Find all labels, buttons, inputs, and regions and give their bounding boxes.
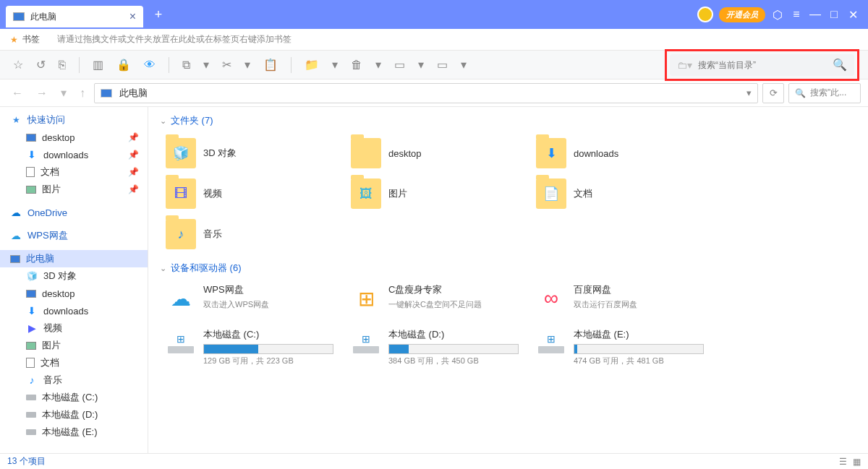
grid-view-button[interactable]: ▦ bbox=[853, 457, 861, 467]
paste-icon[interactable]: 📋 bbox=[263, 58, 278, 72]
music-icon: ♪ bbox=[26, 374, 38, 386]
folder-icon: 🖼 bbox=[351, 178, 381, 209]
sidebar-quick-access[interactable]: ★ 快速访问 bbox=[0, 111, 148, 129]
app-sub: 一键解决C盘空间不足问题 bbox=[388, 299, 524, 310]
app-item[interactable]: ⊞C盘瘦身专家一键解决C盘空间不足问题 bbox=[345, 280, 530, 317]
tab-this-pc[interactable]: 此电脑 × bbox=[6, 6, 143, 27]
sidebar-item-drive-d[interactable]: 本地磁盘 (D:) bbox=[0, 406, 148, 423]
refresh-button[interactable]: ⟳ bbox=[762, 83, 784, 103]
sidebar-item-documents[interactable]: 文档 bbox=[0, 354, 148, 371]
sidebar-item-desktop[interactable]: desktop 📌 bbox=[0, 129, 148, 146]
lock-icon[interactable]: 🔒 bbox=[116, 58, 131, 72]
star-outline-icon[interactable]: ☆ bbox=[13, 58, 23, 72]
properties-icon[interactable]: ▭ bbox=[437, 58, 448, 72]
vip-button[interactable]: 开通会员 bbox=[719, 7, 765, 22]
chevron-down-icon[interactable]: ▾ bbox=[244, 58, 250, 72]
folders-header[interactable]: ⌄ 文件夹 (7) bbox=[160, 114, 856, 127]
sidebar-this-pc[interactable]: 此电脑 bbox=[0, 250, 148, 267]
search-highlight-box: 🗀▾ 🔍 bbox=[665, 49, 859, 81]
search-input[interactable] bbox=[698, 60, 833, 70]
folder-item[interactable]: 📄文档 bbox=[530, 173, 715, 214]
devices-header[interactable]: ⌄ 设备和驱动器 (6) bbox=[160, 262, 856, 275]
drive-icon: ⊞ bbox=[351, 328, 381, 358]
sidebar-item-downloads[interactable]: ⬇ downloads 📌 bbox=[0, 146, 148, 163]
sidebar-item-drive-e[interactable]: 本地磁盘 (E:) bbox=[0, 423, 148, 441]
minimize-button[interactable]: — bbox=[809, 8, 822, 21]
drive-icon bbox=[26, 395, 36, 400]
sidebar-item-3d[interactable]: 🧊3D 对象 bbox=[0, 267, 148, 285]
cut-icon[interactable]: ✂ bbox=[222, 58, 231, 72]
pin-icon: 📌 bbox=[128, 184, 139, 194]
shirt-icon[interactable]: ⬡ bbox=[771, 8, 784, 22]
menu-icon[interactable]: ≡ bbox=[790, 8, 803, 21]
chevron-down-icon[interactable]: ▾ bbox=[56, 86, 71, 100]
maximize-button[interactable]: □ bbox=[827, 8, 841, 21]
sidebar-item-downloads[interactable]: ⬇downloads bbox=[0, 302, 148, 319]
folder-name: 文档 bbox=[574, 187, 592, 200]
sidebar-item-pictures[interactable]: 图片 bbox=[0, 337, 148, 354]
chevron-down-icon[interactable]: ▾ bbox=[375, 58, 381, 72]
sidebar-onedrive[interactable]: ☁ OneDrive bbox=[0, 204, 148, 221]
drive-item[interactable]: ⊞本地磁盘 (E:)474 GB 可用，共 481 GB bbox=[530, 325, 715, 369]
drive-item[interactable]: ⊞本地磁盘 (D:)384 GB 可用，共 450 GB bbox=[345, 325, 530, 369]
chevron-down-icon[interactable]: ▾ bbox=[332, 58, 338, 72]
drive-item[interactable]: ⊞本地磁盘 (C:)129 GB 可用，共 223 GB bbox=[160, 325, 345, 369]
folder-drop-icon[interactable]: 🗀▾ bbox=[677, 59, 692, 71]
eye-icon[interactable]: 👁 bbox=[144, 59, 156, 72]
copy-icon[interactable]: ⧉ bbox=[182, 59, 190, 72]
app-icon: ∞ bbox=[536, 283, 566, 314]
sidebar-item-music[interactable]: ♪音乐 bbox=[0, 371, 148, 389]
document-icon bbox=[26, 358, 35, 368]
folder-item[interactable]: 🧊3D 对象 bbox=[160, 133, 345, 173]
folder-item[interactable]: 🖼图片 bbox=[345, 173, 530, 214]
sidebar-wps[interactable]: ☁ WPS网盘 bbox=[0, 227, 148, 244]
app-item[interactable]: ☁WPS网盘双击进入WPS网盘 bbox=[160, 280, 345, 317]
up-button[interactable]: ↑ bbox=[75, 87, 90, 100]
chevron-down-icon[interactable]: ▾ bbox=[461, 58, 467, 72]
history-icon[interactable]: ↺ bbox=[36, 58, 46, 72]
avatar[interactable] bbox=[697, 7, 713, 22]
monitor-icon bbox=[26, 290, 36, 298]
new-tab-button[interactable]: + bbox=[149, 5, 168, 24]
cloud-icon: ☁ bbox=[10, 207, 22, 218]
close-tab-icon[interactable]: × bbox=[129, 10, 136, 23]
forward-button[interactable]: → bbox=[32, 87, 52, 100]
pin-icon: 📌 bbox=[128, 167, 139, 177]
search-icon[interactable]: 🔍 bbox=[833, 58, 847, 72]
close-window-button[interactable]: ✕ bbox=[846, 8, 859, 22]
delete-icon[interactable]: 🗑 bbox=[351, 59, 362, 72]
sidebar-item-documents[interactable]: 文档 📌 bbox=[0, 163, 148, 181]
new-folder-icon[interactable]: 📁 bbox=[305, 58, 319, 72]
drive-name: 本地磁盘 (D:) bbox=[388, 328, 524, 341]
address-field[interactable]: 此电脑 ▾ bbox=[94, 83, 758, 103]
monitor-icon bbox=[26, 134, 36, 142]
folder-item[interactable]: 🎞视频 bbox=[160, 173, 345, 214]
address-bar: ← → ▾ ↑ 此电脑 ▾ ⟳ 🔍 搜索"此... bbox=[0, 79, 868, 107]
sidebar-item-desktop[interactable]: desktop bbox=[0, 285, 148, 302]
file-manager-icon[interactable]: ⎘ bbox=[59, 59, 66, 72]
toolbar-search[interactable]: 🗀▾ 🔍 bbox=[670, 54, 854, 76]
titlebar: 此电脑 × + 开通会员 ⬡ ≡ — □ ✕ bbox=[0, 0, 868, 29]
sidebar-item-videos[interactable]: ▶视频 bbox=[0, 319, 148, 337]
folder-item[interactable]: ⬇downloads bbox=[530, 133, 715, 173]
sidebar-item-pictures[interactable]: 图片 📌 bbox=[0, 181, 148, 198]
sidebar-item-drive-c[interactable]: 本地磁盘 (C:) bbox=[0, 389, 148, 406]
details-view-button[interactable]: ☰ bbox=[839, 457, 847, 467]
bookmark-hint: 请通过拖拽文件或文件夹放置在此处或在标签页右键添加书签 bbox=[57, 33, 292, 46]
back-button[interactable]: ← bbox=[7, 87, 27, 100]
folder-item[interactable]: desktop bbox=[345, 133, 530, 173]
address-path: 此电脑 bbox=[119, 87, 148, 100]
chevron-down-icon[interactable]: ▾ bbox=[203, 58, 209, 72]
folder-item[interactable]: ♪音乐 bbox=[160, 214, 345, 254]
app-item[interactable]: ∞百度网盘双击运行百度网盘 bbox=[530, 280, 715, 317]
chevron-down-icon[interactable]: ▾ bbox=[746, 87, 752, 98]
rename-icon[interactable]: ▭ bbox=[394, 58, 405, 72]
chevron-down-icon[interactable]: ▾ bbox=[418, 58, 424, 72]
folder-name: 图片 bbox=[388, 187, 407, 200]
video-icon: ▶ bbox=[26, 322, 38, 334]
folder-icon: ⬇ bbox=[536, 138, 566, 168]
path-search[interactable]: 🔍 搜索"此... bbox=[788, 83, 861, 103]
layout-icon[interactable]: ▥ bbox=[93, 58, 103, 72]
drive-free-text: 384 GB 可用，共 450 GB bbox=[388, 356, 524, 366]
drive-free-text: 129 GB 可用，共 223 GB bbox=[203, 356, 339, 366]
